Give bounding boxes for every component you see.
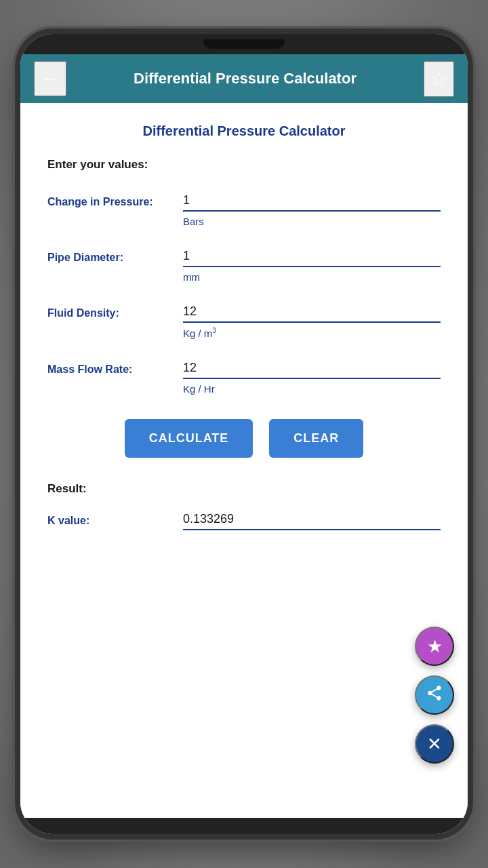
change-in-pressure-unit: Bars [183,216,441,227]
button-row: CALCULATE CLEAR [47,419,441,458]
fluid-density-group: Kg / m3 [183,302,441,339]
back-icon: ← [41,68,60,90]
phone-bottom-bar [20,818,468,834]
fab-star-icon: ★ [427,636,443,657]
result-section: Result: K value: 0.133269 [47,482,441,530]
fab-container: ★ ✕ [415,627,454,764]
k-value-display: 0.133269 [183,509,441,530]
pipe-diameter-input[interactable] [183,246,441,267]
header-title: Differential Pressure Calculator [66,70,424,87]
pipe-diameter-unit: mm [183,271,441,283]
fab-star-button[interactable]: ★ [415,627,454,666]
fluid-density-row: Fluid Density: Kg / m3 [47,302,441,339]
k-value-group: 0.133269 [183,509,441,530]
mass-flow-rate-label: Mass Flow Rate: [47,358,183,376]
change-in-pressure-group: Bars [183,191,441,227]
calculate-button[interactable]: CALCULATE [125,419,253,458]
app-header: ← Differential Pressure Calculator ☆ [20,54,468,103]
fab-share-icon [426,684,443,706]
section-title: Differential Pressure Calculator [47,123,441,139]
mass-flow-rate-input[interactable] [183,358,441,379]
fab-share-button[interactable] [415,675,454,715]
fab-close-button[interactable]: ✕ [415,724,454,764]
pipe-diameter-group: mm [183,246,441,283]
pipe-diameter-label: Pipe Diameter: [47,246,183,264]
result-label: Result: [47,482,441,496]
change-in-pressure-row: Change in Pressure: Bars [47,191,441,227]
k-value-label: K value: [47,509,183,527]
back-button[interactable]: ← [34,61,66,96]
mass-flow-rate-group: Kg / Hr [183,358,441,395]
fluid-density-label: Fluid Density: [47,302,183,319]
fluid-density-input[interactable] [183,302,441,323]
favorite-button[interactable]: ☆ [424,61,454,97]
clear-button[interactable]: CLEAR [269,419,363,458]
mass-flow-rate-unit: Kg / Hr [183,383,441,395]
k-value-row: K value: 0.133269 [47,509,441,530]
form-intro: Enter your values: [47,158,441,172]
pipe-diameter-row: Pipe Diameter: mm [47,246,441,283]
phone-top-bar [20,34,468,54]
change-in-pressure-label: Change in Pressure: [47,191,183,208]
star-outline-icon: ☆ [430,68,447,90]
phone-frame: ← Differential Pressure Calculator ☆ Dif… [20,34,468,834]
change-in-pressure-input[interactable] [183,191,441,212]
fluid-density-unit: Kg / m3 [183,327,441,339]
mass-flow-rate-row: Mass Flow Rate: Kg / Hr [47,358,441,395]
app-content: Differential Pressure Calculator Enter y… [20,103,468,818]
fab-close-icon: ✕ [427,734,442,755]
phone-notch [203,39,285,49]
